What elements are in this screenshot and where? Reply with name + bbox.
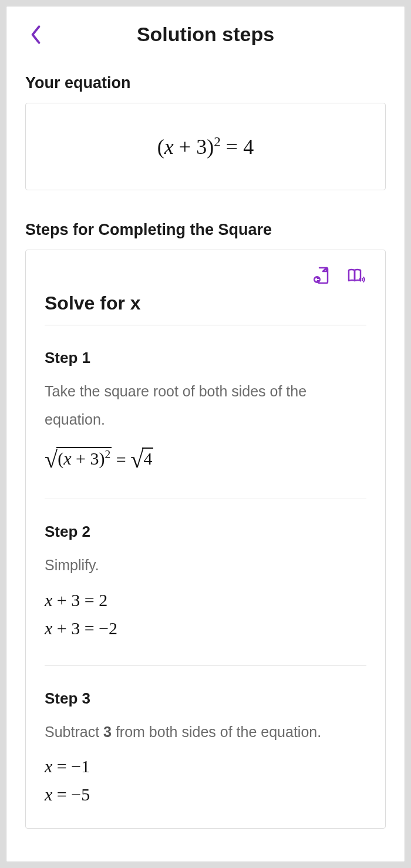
step-block: Step 3Subtract 3 from both sides of the …	[45, 689, 366, 805]
step-title: Step 1	[45, 349, 366, 367]
step-block: Step 1Take the square root of both sides…	[45, 349, 366, 499]
step-title: Step 3	[45, 689, 366, 708]
equation-card: (x + 3)2 = 4	[25, 103, 386, 190]
page-arrow-icon	[312, 267, 331, 285]
step-description: Subtract 3 from both sides of the equati…	[45, 718, 366, 746]
back-button[interactable]	[25, 24, 46, 45]
action-icons	[45, 265, 366, 287]
step-block: Step 2Simplify.x + 3 = 2x + 3 = −2	[45, 523, 366, 666]
step-math: (x + 3)2 = 4	[45, 444, 366, 472]
steps-list: Step 1Take the square root of both sides…	[45, 349, 366, 805]
your-equation-label: Your equation	[25, 74, 386, 92]
step-title: Step 2	[45, 523, 366, 541]
book-speaker-icon	[346, 267, 365, 285]
solution-panel: Solution steps Your equation (x + 3)2 = …	[6, 6, 405, 862]
page-title: Solution steps	[56, 23, 355, 46]
solve-heading: Solve for x	[45, 292, 366, 325]
header: Solution steps	[25, 23, 386, 46]
send-to-page-button[interactable]	[311, 265, 332, 287]
read-aloud-button[interactable]	[345, 265, 366, 287]
step-math: x = −5	[45, 785, 366, 805]
chevron-left-icon	[29, 25, 42, 45]
step-description: Take the square root of both sides of th…	[45, 378, 366, 433]
equation-display: (x + 3)2 = 4	[157, 135, 254, 159]
step-math: x = −1	[45, 756, 366, 776]
step-math: x + 3 = 2	[45, 590, 366, 610]
method-label: Steps for Completing the Square	[25, 221, 386, 239]
step-math: x + 3 = −2	[45, 618, 366, 638]
step-description: Simplify.	[45, 551, 366, 580]
steps-card: Solve for x Step 1Take the square root o…	[25, 250, 386, 829]
